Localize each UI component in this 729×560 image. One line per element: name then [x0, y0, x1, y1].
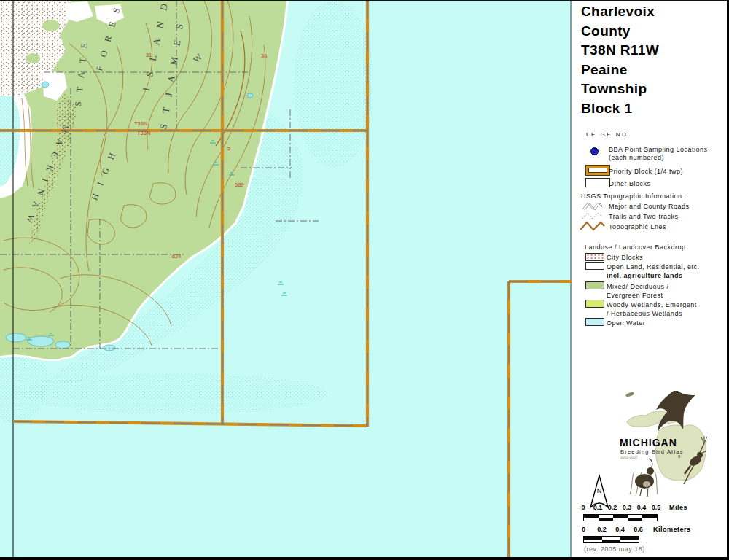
legend-swatch-priority-block [585, 165, 610, 176]
legend-usgs-header: USGS Topographic Information: [581, 192, 684, 200]
topo-lines-zigzag-icon [579, 220, 607, 233]
logo-years: 2002-2007 [620, 455, 638, 459]
title-line: County [581, 22, 659, 42]
legend-mixed-line1: Mixed/ Deciduous / [607, 283, 669, 290]
scale-tick: 0.6 [629, 526, 647, 533]
bottom-border [0, 557, 729, 560]
bba-point-icon [590, 147, 599, 155]
legend-swatch-mixed-forest [585, 281, 604, 289]
scale-bar-cell [613, 518, 628, 521]
legend-open-land-line1: Open Land, Residential, etc. [607, 263, 700, 271]
scale-bar-cell [602, 540, 620, 542]
leaf-icon [625, 392, 635, 398]
scale-bar-cell [628, 518, 642, 521]
legend-swatch-woody-wetlands [585, 300, 604, 308]
title-line: Block 1 [581, 99, 659, 119]
legend-swatch-city-blocks [585, 253, 604, 261]
legend-bba-label-line1: BBA Point Sampling Locations [609, 146, 708, 153]
map-sheet: F O R E S TS T A T EM A C K I N A WI S L… [0, 0, 729, 560]
legend-open-land-line2: incl. agriculture lands [607, 272, 683, 279]
mbba-logo: MICHIGAN Breeding Bird Atlas 2002-2007 I… [614, 385, 725, 503]
scale-tick: 0.2 [605, 504, 620, 511]
logo-numeral: II [678, 454, 681, 459]
scale-bar-cell [642, 518, 657, 521]
scale-tick: 0.5 [649, 504, 663, 511]
scale-bar-cell [584, 518, 599, 521]
miles-scale-ticks: 00.10.20.30.40.5Miles [576, 504, 687, 511]
miles-unit-label: Miles [669, 504, 687, 511]
kilometers-scale-ticks: 00.20.40.6Kilometers [574, 526, 691, 533]
legend-woody-line1: Woody Wetlands, Emergent [607, 301, 697, 308]
title-line: Township [581, 79, 659, 99]
title-line: T38N R11W [581, 41, 659, 61]
top-border [0, 0, 729, 1]
scale-tick: 0.1 [590, 504, 605, 511]
logo-state-name: MICHIGAN [620, 437, 677, 448]
scale-bar-cell [599, 518, 613, 521]
legend-bba-label-line2: (each numbered) [609, 154, 664, 161]
revision-note: (rev. 2005 may 18) [584, 545, 645, 553]
north-label: N [597, 487, 602, 494]
legend-priority-block-label: Priority Block (1/4 twp) [609, 168, 683, 175]
legend-landuse-header: Landuse / Landcover Backdrop [585, 244, 686, 251]
legend-other-blocks-label: Other Blocks [609, 180, 651, 187]
legend-roads-label: Major and County Roads [609, 203, 690, 210]
logo-subtitle: Breeding Bird Atlas [620, 448, 684, 455]
quail-icon [630, 459, 658, 497]
miles-scale-bar [583, 514, 658, 521]
legend-mixed-line2: Evergreen Forest [607, 292, 663, 299]
scale-tick: 0.3 [620, 504, 634, 511]
kilometers-scale-bar [583, 536, 639, 543]
map-title: CharlevoixCountyT38N R11WPeaineTownshipB… [581, 2, 659, 118]
legend-woody-line2: / Herbaceous Wetlands [607, 310, 682, 317]
scale-tick: 0.4 [611, 526, 629, 533]
scale-tick: 0 [576, 504, 590, 511]
kilometers-unit-label: Kilometers [653, 526, 691, 533]
topo-map-graphic [0, 0, 572, 557]
legend-topo-lines-label: Topographic Lnes [609, 223, 666, 230]
legend-trails-label: Trails and Two-tracks [609, 213, 679, 220]
legend-swatch-open-land [585, 262, 604, 270]
trails-dotted-zigzag-icon [582, 211, 604, 221]
legend-swatch-other-blocks [585, 178, 610, 187]
legend-city-blocks-label: City Blocks [607, 254, 643, 261]
scale-tick: 0 [574, 526, 593, 533]
legend-open-water-label: Open Water [607, 319, 645, 327]
legend-swatch-open-water [585, 318, 604, 326]
scale-tick: 0.4 [634, 504, 649, 511]
scale-bar-cell [584, 540, 602, 542]
legend-header: LE GE ND [586, 131, 628, 138]
roads-zigzag-icon [582, 201, 604, 211]
scale-bar-cell [620, 540, 639, 542]
topo-map: F O R E S TS T A T EM A C K I N A WI S L… [0, 0, 572, 557]
title-line: Charlevoix [581, 2, 659, 22]
info-panel: CharlevoixCountyT38N R11WPeaineTownshipB… [572, 0, 729, 560]
title-line: Peaine [581, 61, 659, 80]
scale-tick: 0.2 [593, 526, 611, 533]
